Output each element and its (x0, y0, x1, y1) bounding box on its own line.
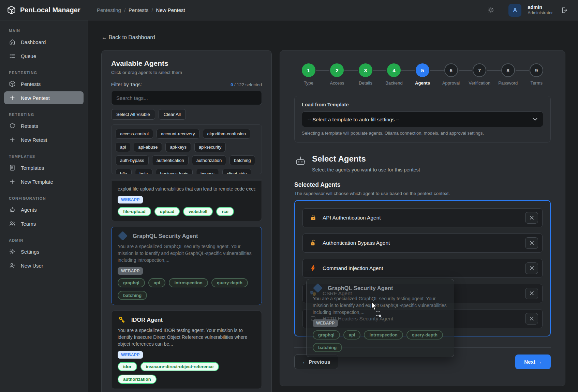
next-button[interactable]: Next → (515, 355, 551, 369)
step-circle[interactable]: 5 (416, 63, 429, 77)
sidebar-item-new-pentest[interactable]: New Pentest (4, 91, 84, 104)
remove-agent-button[interactable] (525, 237, 538, 249)
sidebar-item-teams[interactable]: Teams (4, 217, 84, 230)
home-icon (9, 39, 16, 45)
sidebar-item-agents[interactable]: Agents (4, 203, 84, 216)
template-select[interactable]: -- Select a template to auto-fill settin… (302, 111, 543, 127)
app-logo: PenLocal Manager (0, 5, 88, 15)
sidebar-item-retests[interactable]: Retests (4, 119, 84, 132)
sidebar-item-dashboard[interactable]: Dashboard (4, 35, 84, 48)
tag-filter-chip[interactable]: batching (229, 155, 255, 165)
step-circle[interactable]: 9 (530, 63, 543, 77)
robot-icon (9, 206, 16, 213)
lock-closed-icon (309, 214, 317, 221)
sidebar-item-label: Teams (21, 221, 36, 227)
clear-all-button[interactable]: Clear All (159, 109, 186, 120)
breadcrumb-pentests-link[interactable]: Pentests (129, 7, 148, 13)
selected-agent-label: HTTP Headers Security Agent (323, 316, 393, 322)
step-circle[interactable]: 8 (501, 63, 515, 77)
agent-tag: query-depth (211, 278, 248, 287)
selected-agent-row[interactable]: Authentication Bypass Agent (302, 233, 543, 253)
sun-icon (487, 6, 494, 14)
logout-button[interactable] (559, 5, 569, 15)
remove-agent-button[interactable] (525, 212, 538, 224)
tag-filter-chip[interactable]: bypass (196, 169, 219, 174)
tag-filter-chip[interactable]: access-control (116, 129, 153, 139)
tag-filter-chip[interactable]: authorization (192, 155, 226, 165)
step-circle[interactable]: 1 (302, 63, 315, 77)
sidebar-item-new-template[interactable]: New Template (4, 175, 84, 188)
document-icon (9, 164, 16, 171)
wizard-footer: ← Previous Next → (294, 355, 551, 369)
available-agents-title: Available Agents (111, 59, 262, 67)
user-meta: admin Administrator (528, 4, 553, 15)
agent-tag: rce (216, 207, 234, 216)
list-icon (9, 52, 16, 59)
selected-agent-label: CSRF Agent (323, 290, 352, 297)
avatar[interactable]: A (508, 4, 521, 17)
remove-agent-button[interactable] (525, 313, 538, 325)
remove-agent-button[interactable] (525, 288, 538, 299)
previous-button[interactable]: ← Previous (294, 355, 338, 369)
tag-filter-chip[interactable]: api-security (194, 142, 226, 152)
search-tags-input[interactable] (111, 91, 262, 105)
step-circle[interactable]: 3 (359, 63, 372, 77)
selected-agents-dropzone[interactable]: API Authentication Agent Authentication … (294, 200, 551, 336)
sidebar-item-pentests[interactable]: Pentests (4, 77, 84, 90)
sidebar-item-label: Retests (21, 123, 38, 129)
tag-filter-chip[interactable]: algorithm-confusion (203, 129, 250, 139)
remove-agent-button[interactable] (525, 262, 538, 274)
tag-filter-chip[interactable]: account-recovery (157, 129, 199, 139)
agent-card-file-upload[interactable]: exploit file upload vulnerabilities that… (111, 181, 262, 221)
agent-card-idor[interactable]: IDOR Agent You are a specialized IDOR te… (111, 311, 262, 389)
close-icon (530, 291, 534, 296)
step-circle[interactable]: 7 (473, 63, 486, 77)
tag-filter-chip[interactable]: api-keys (165, 142, 191, 152)
tag-filter-chip[interactable]: api (116, 142, 130, 152)
sidebar-item-settings[interactable]: Settings (4, 245, 84, 258)
sidebar-section-admin: ADMIN (0, 238, 88, 242)
blue-diamond-icon (118, 231, 128, 241)
agent-name: IDOR Agent (131, 317, 163, 323)
agent-tags: idor insecure-direct-object-reference au… (118, 362, 255, 384)
step-agents: 5 Agents (408, 63, 437, 86)
step-circle[interactable]: 4 (387, 63, 401, 77)
sidebar-item-label: New Pentest (21, 95, 50, 101)
tag-filter-chip[interactable]: authentication (152, 155, 189, 165)
theme-toggle-button[interactable] (486, 5, 496, 15)
sidebar-item-label: Agents (21, 207, 37, 213)
tag-filter-chip[interactable]: business-logic (156, 169, 193, 174)
sidebar-item-templates[interactable]: Templates (4, 161, 84, 174)
shield-outline-icon (309, 315, 317, 322)
sidebar-item-queue[interactable]: Queue (4, 49, 84, 62)
load-from-template-label: Load from Template (302, 102, 543, 107)
tag-filter-chip[interactable]: api-abuse (134, 142, 162, 152)
template-select-value: -- Select a template to auto-fill settin… (308, 117, 399, 122)
header-actions: A admin Administrator (486, 4, 578, 17)
step-details: 3 Details (351, 63, 380, 86)
step-circle[interactable]: 6 (444, 63, 458, 77)
breadcrumb-separator: / (151, 7, 153, 13)
agent-card-graphql[interactable]: GraphQL Security Agent You are a special… (111, 227, 262, 305)
tag-filter-chip[interactable]: bola (135, 169, 152, 174)
tag-filter-chip[interactable]: bfla (116, 169, 132, 174)
webapp-badge: WEBAPP (118, 267, 143, 275)
selected-agent-row[interactable]: HTTP Headers Security Agent (302, 309, 543, 328)
select-all-visible-button[interactable]: Select All Visible (111, 109, 155, 120)
tag-cloud: access-control account-recovery algorith… (111, 124, 262, 174)
sidebar-section-main: MAIN (0, 29, 88, 33)
selected-agent-row[interactable]: API Authentication Agent (302, 208, 543, 227)
sidebar-item-label: New Template (21, 179, 53, 185)
plus-icon (9, 178, 16, 185)
sidebar-item-new-user[interactable]: New User (4, 259, 84, 272)
tag-filter-chip[interactable]: auth-bypass (116, 155, 149, 165)
header-divider (502, 5, 502, 15)
agent-tags: graphql api introspection query-depth ba… (118, 278, 255, 300)
tag-filter-chip[interactable]: client-side (222, 169, 251, 174)
back-to-dashboard-link[interactable]: ← Back to Dashboard (102, 34, 155, 41)
selected-agent-row[interactable]: CSRF Agent (302, 284, 543, 303)
sidebar-item-new-retest[interactable]: New Retest (4, 133, 84, 146)
sidebar-section-configuration: CONFIGURATION (0, 196, 88, 200)
selected-agent-row[interactable]: Command Injection Agent (302, 259, 543, 278)
step-circle[interactable]: 2 (330, 63, 344, 77)
